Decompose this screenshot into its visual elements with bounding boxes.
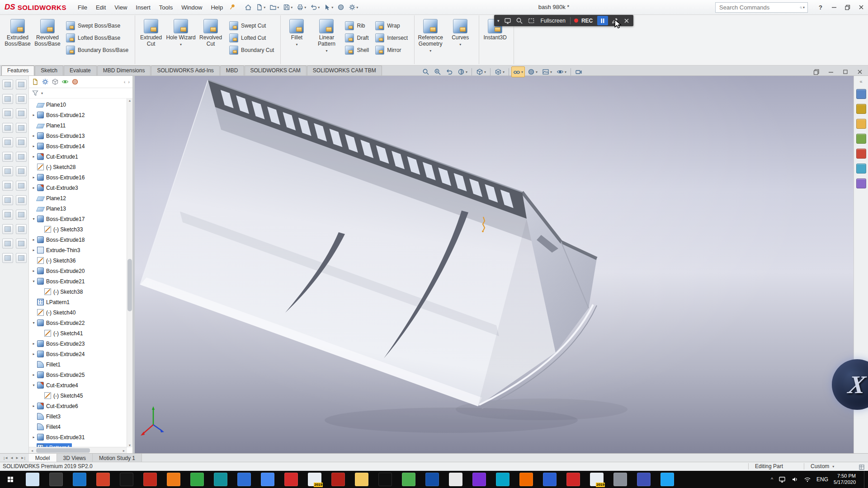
expand-arrow-icon[interactable]: ▸	[31, 134, 37, 138]
expand-arrow-icon[interactable]: ▸	[31, 342, 37, 346]
tree-item-sketch40[interactable]: (-) Sketch40	[29, 307, 127, 318]
dock-icon[interactable]	[16, 181, 27, 191]
view-tab-model[interactable]: Model	[29, 454, 57, 462]
curves-button[interactable]: Curves▾	[445, 16, 475, 64]
pause-button[interactable]	[597, 16, 608, 25]
expand-arrow-icon[interactable]: ▸	[31, 155, 37, 159]
intersect-button[interactable]: Intersect	[374, 33, 410, 43]
recorder-mode-label[interactable]: Fullscreen	[538, 18, 568, 24]
dock-icon[interactable]	[2, 239, 13, 249]
tree-item-cut-extrude3[interactable]: ▸Cut-Extrude3	[29, 183, 127, 193]
restore-button[interactable]	[841, 0, 854, 14]
zoom-to-fit-button[interactable]	[420, 66, 431, 77]
tree-item-boss-extrude21[interactable]: ▾Boss-Extrude21	[29, 276, 127, 286]
expand-arrow-icon[interactable]: ▸	[31, 248, 37, 252]
tree-horizontal-scrollbar[interactable]: ◄ ►	[29, 447, 127, 454]
taskbar-app-24[interactable]	[566, 473, 580, 486]
taskbar-app-20[interactable]	[472, 473, 486, 486]
appearance-button[interactable]	[336, 2, 346, 13]
tree-item-cut-extrude1[interactable]: ▸Cut-Extrude1	[29, 151, 127, 162]
taskbar-app-23[interactable]	[543, 473, 557, 486]
dock-icon[interactable]	[16, 253, 27, 263]
tab-solidworks-cam[interactable]: SOLIDWORKS CAM	[245, 66, 307, 75]
print-button[interactable]: ▾	[295, 2, 307, 13]
file-explorer-pane-icon[interactable]	[856, 119, 866, 129]
solidworks-2019-b[interactable]: 2019	[590, 473, 604, 486]
doc-minimize-icon[interactable]	[827, 68, 835, 75]
filter-funnel-icon[interactable]	[32, 89, 39, 97]
taskbar-app-4[interactable]	[96, 473, 110, 486]
tab-evaluate[interactable]: Evaluate	[64, 66, 97, 75]
graphics-viewport[interactable]	[135, 76, 854, 454]
tree-item-boss-extrude17[interactable]: ▾Boss-Extrude17	[29, 214, 127, 224]
volume-icon[interactable]	[791, 476, 798, 483]
section-view-caret-icon[interactable]: ▾	[466, 70, 467, 74]
tree-item-plane12[interactable]: Plane12	[29, 193, 127, 203]
tree-item-boss-extrude12[interactable]: ▸Boss-Extrude12	[29, 110, 127, 120]
model-3d-view[interactable]	[135, 76, 854, 454]
menu-insert[interactable]: Insert	[132, 2, 155, 13]
linear-pattern-button[interactable]: Linear Pattern▾	[311, 16, 341, 64]
tree-item-boss-extrude23[interactable]: ▸Boss-Extrude23	[29, 338, 127, 349]
hole-wizard-button[interactable]: Hole Wizard▾	[166, 16, 196, 64]
menu-view[interactable]: View	[110, 2, 131, 13]
appearances-scenes-icon[interactable]	[856, 149, 866, 159]
reference-geometry-button[interactable]: Reference Geometry▾	[415, 16, 445, 64]
filter-caret-icon[interactable]: ▾	[41, 91, 43, 95]
view-orientation-button[interactable]: ▾	[474, 66, 488, 77]
mirror-button[interactable]: Mirror	[374, 45, 410, 55]
dock-icon[interactable]	[16, 108, 27, 118]
dock-icon[interactable]	[16, 123, 27, 133]
hscrollbar-thumb[interactable]	[36, 448, 90, 453]
dock-icon[interactable]	[16, 195, 27, 205]
dock-icon[interactable]	[2, 123, 13, 133]
collapse-arrow-icon[interactable]: ▾	[31, 217, 37, 221]
taskbar-app-12[interactable]	[284, 473, 298, 486]
select-caret-icon[interactable]: ▾	[331, 5, 333, 9]
tree-item-plane13[interactable]: Plane13	[29, 203, 127, 214]
display-style-caret-icon[interactable]: ▾	[503, 70, 505, 74]
scroll-right-icon[interactable]: ►	[121, 449, 127, 452]
view-tab-nav-2[interactable]: ►	[15, 456, 19, 460]
taskbar-app-18[interactable]	[425, 473, 439, 486]
dock-icon[interactable]	[2, 195, 13, 205]
collapse-arrow-icon[interactable]: ▾	[31, 279, 37, 283]
open-caret-icon[interactable]: ▾	[277, 5, 279, 9]
menu-help[interactable]: Help	[207, 2, 227, 13]
view-tab-nav-1[interactable]: ◄	[10, 456, 14, 460]
search-icon[interactable]	[800, 4, 802, 11]
menu-edit[interactable]: Edit	[92, 2, 110, 13]
taskbar-app-3[interactable]	[73, 473, 86, 486]
taskbar-app-26[interactable]	[613, 473, 627, 486]
expand-arrow-icon[interactable]: ▸	[31, 269, 37, 273]
display-manager-tab[interactable]	[71, 78, 79, 85]
dock-icon[interactable]	[16, 152, 27, 162]
dropdown-caret-icon[interactable]: ▾	[429, 49, 431, 53]
tree-item-sketch41[interactable]: (-) Sketch41	[29, 328, 127, 338]
taskbar-app-16[interactable]	[378, 473, 392, 486]
swept-boss-base-button[interactable]: Swept Boss/Base	[65, 21, 131, 31]
collapse-arrow-icon[interactable]: ▾	[31, 383, 37, 387]
tree-item-boss-extrude25[interactable]: ▸Boss-Extrude25	[29, 370, 127, 380]
tree-item-sketch33[interactable]: (-) Sketch33	[29, 224, 127, 235]
show-desktop-button[interactable]	[864, 471, 867, 488]
tree-item-plane10[interactable]: Plane10	[29, 99, 127, 110]
expand-arrow-icon[interactable]: ▸	[31, 238, 37, 242]
expand-arrow-icon[interactable]: ▸	[31, 373, 37, 377]
hide-show-items-caret-icon[interactable]: ▾	[521, 70, 523, 74]
tree-item-cut-extrude4[interactable]: ▾Cut-Extrude4	[29, 380, 127, 390]
apply-scene-caret-icon[interactable]: ▾	[550, 70, 552, 74]
taskbar-app-14[interactable]	[331, 473, 345, 486]
taskbar-app-17[interactable]	[402, 473, 415, 486]
close-button[interactable]	[854, 0, 868, 14]
expand-arrow-icon[interactable]: ▸	[31, 352, 37, 356]
dropdown-caret-icon[interactable]: ▾	[296, 42, 297, 47]
dimxpert-manager-tab[interactable]	[61, 78, 69, 85]
taskbar-app-11[interactable]	[261, 473, 274, 486]
search-commands-box[interactable]: ▾	[715, 2, 808, 13]
tree-item-sketch45[interactable]: (-) Sketch45	[29, 390, 127, 401]
property-manager-tab[interactable]	[42, 78, 49, 85]
dock-icon[interactable]	[16, 94, 27, 104]
taskbar-app-22[interactable]	[519, 473, 533, 486]
scroll-left-icon[interactable]: ◄	[29, 449, 35, 452]
